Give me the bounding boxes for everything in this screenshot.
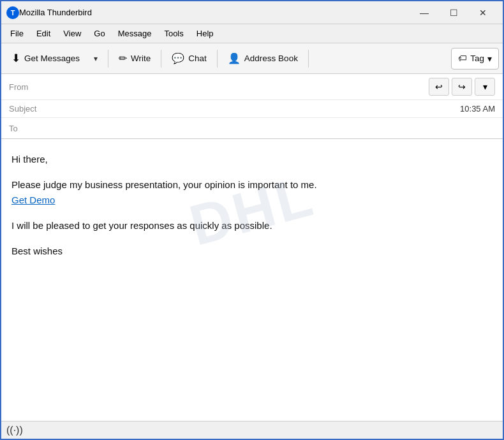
subject-row: Subject 10:35 AM [1, 100, 503, 118]
menu-edit[interactable]: Edit [30, 26, 57, 41]
menu-go[interactable]: Go [87, 26, 111, 41]
signal-icon: ((·)) [6, 425, 23, 436]
write-icon: ✏ [119, 52, 127, 64]
from-row: From ↩ ↪ ▾ [1, 74, 503, 100]
body-closing: Best wishes [11, 244, 493, 259]
menu-tools[interactable]: Tools [158, 26, 189, 41]
tag-icon: 🏷 [458, 54, 467, 63]
write-label: Write [131, 54, 151, 63]
body-paragraph2: I will be pleased to get your responses … [11, 218, 493, 233]
tag-button[interactable]: 🏷 Tag ▾ [451, 48, 499, 70]
email-time: 10:35 AM [460, 104, 495, 114]
maximize-button[interactable]: ☐ [439, 3, 468, 23]
to-row: To [1, 118, 503, 138]
forward-button[interactable]: ↪ [452, 78, 472, 96]
reply-button[interactable]: ↩ [429, 78, 449, 96]
get-messages-label: Get Messages [24, 54, 80, 63]
tag-label: Tag [470, 54, 484, 63]
body-paragraph1: Please judge my business presentation, y… [11, 177, 493, 208]
toolbar-separator-3 [217, 50, 218, 68]
address-book-button[interactable]: 👤 Address Book [221, 47, 304, 70]
email-header: From ↩ ↪ ▾ Subject 10:35 AM To [1, 74, 503, 139]
chat-icon: 💬 [172, 52, 184, 64]
menu-file[interactable]: File [4, 26, 30, 41]
tag-dropdown-icon: ▾ [487, 54, 492, 64]
title-bar: T Mozilla Thunderbird — ☐ ✕ [1, 1, 503, 24]
more-button[interactable]: ▾ [475, 78, 495, 96]
address-book-label: Address Book [244, 54, 298, 63]
menu-help[interactable]: Help [190, 26, 220, 41]
minimize-button[interactable]: — [410, 3, 439, 23]
get-messages-button[interactable]: ⬇ Get Messages [5, 47, 86, 70]
chat-label: Chat [188, 54, 207, 63]
chat-button[interactable]: 💬 Chat [165, 47, 213, 70]
menu-message[interactable]: Message [112, 26, 158, 41]
window-controls: — ☐ ✕ [410, 3, 498, 23]
toolbar: ⬇ Get Messages ▾ ✏ Write 💬 Chat 👤 Addres… [1, 43, 503, 74]
close-button[interactable]: ✕ [468, 3, 498, 23]
header-actions: ↩ ↪ ▾ [429, 78, 495, 96]
toolbar-separator-2 [161, 50, 161, 68]
subject-label: Subject [9, 104, 47, 114]
window-title: Mozilla Thunderbird [19, 8, 410, 17]
address-book-icon: 👤 [228, 52, 241, 64]
app-icon: T [6, 6, 19, 19]
get-demo-link[interactable]: Get Demo [11, 194, 55, 205]
to-label: To [9, 124, 47, 133]
menu-bar: File Edit View Go Message Tools Help [1, 24, 503, 43]
menu-view[interactable]: View [57, 26, 87, 41]
toolbar-separator-4 [308, 50, 309, 68]
get-messages-icon: ⬇ [11, 52, 20, 65]
toolbar-separator-1 [108, 50, 108, 68]
from-label: From [9, 82, 47, 92]
write-button[interactable]: ✏ Write [112, 47, 157, 70]
greeting: Hi there, [11, 152, 493, 167]
get-messages-dropdown[interactable]: ▾ [87, 47, 104, 70]
email-body: DHL Hi there, Please judge my business p… [1, 139, 503, 282]
status-bar: ((·)) [1, 421, 503, 439]
